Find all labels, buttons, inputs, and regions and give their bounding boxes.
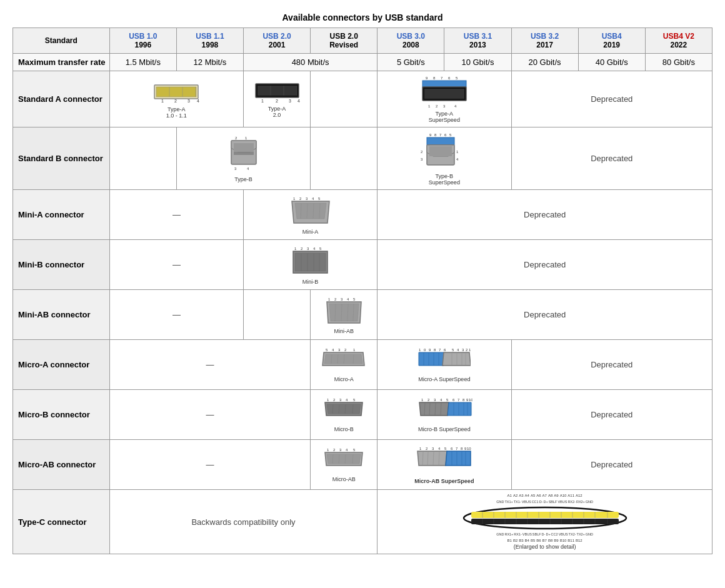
svg-text:4: 4 xyxy=(346,398,348,402)
svg-text:10: 10 xyxy=(467,447,471,451)
svg-text:1: 1 xyxy=(293,197,296,201)
svg-text:5: 5 xyxy=(319,247,322,251)
svg-rect-43 xyxy=(427,137,454,145)
micro-a-superspeed-connector: 1 0 9 8 7 6 5 4 3 2 1 xyxy=(380,347,508,382)
svg-text:2: 2 xyxy=(344,348,347,352)
svg-text:2: 2 xyxy=(301,247,303,251)
svg-text:6: 6 xyxy=(448,76,451,80)
standard-a-usb1: 1 2 3 4 Type-A1.0 - 1.1 xyxy=(109,71,243,127)
svg-text:5: 5 xyxy=(456,76,458,80)
svg-text:6: 6 xyxy=(451,447,453,451)
svg-text:5: 5 xyxy=(326,348,328,352)
connectors-table: Standard USB 1.0 1996 USB 1.1 1998 USB 2… xyxy=(12,27,712,554)
micro-ab-row: Micro-AB connector — 1 2 3 4 5 xyxy=(13,440,712,490)
col-header-usb31: USB 3.1 2013 xyxy=(444,28,511,54)
micro-b-row: Micro-B connector — 1 2 3 4 5 xyxy=(13,390,712,440)
svg-text:3: 3 xyxy=(188,99,190,103)
svg-text:2: 2 xyxy=(333,448,336,452)
svg-text:5: 5 xyxy=(318,197,321,201)
type-c-row: Type-C connector Backwards compatibility… xyxy=(13,490,712,554)
svg-text:3: 3 xyxy=(432,447,434,451)
svg-text:4: 4 xyxy=(312,197,314,201)
col-header-usb20r: USB 2.0 Revised xyxy=(311,28,378,54)
transfer-rate-usb11: 12 Mbit/s xyxy=(176,54,243,71)
transfer-rate-usb31: 10 Gbit/s xyxy=(444,54,511,71)
transfer-rate-label: Maximum transfer rate xyxy=(13,54,110,71)
svg-text:1: 1 xyxy=(328,297,331,301)
standard-b-usb11-20: 2 1 3 4 xyxy=(176,127,310,190)
svg-text:4: 4 xyxy=(247,167,249,171)
mini-ab-label: Mini-AB connector xyxy=(13,290,110,340)
svg-text:1: 1 xyxy=(261,99,264,103)
micro-a-label: Micro-A connector xyxy=(13,340,110,390)
standard-a-deprecated: Deprecated xyxy=(511,71,712,127)
svg-text:4: 4 xyxy=(346,448,348,452)
svg-marker-137 xyxy=(419,402,449,416)
svg-text:5: 5 xyxy=(449,133,452,137)
svg-text:2: 2 xyxy=(421,150,423,154)
mini-b-row: Mini-B connector — 1 2 3 4 5 xyxy=(13,240,712,290)
micro-b-usb20r: 1 2 3 4 5 Micr xyxy=(311,390,378,440)
page-title: Available connectors by USB standard xyxy=(12,12,712,22)
transfer-rate-usb20: 480 Mbit/s xyxy=(244,54,378,71)
transfer-rate-usb4: 40 Gbit/s xyxy=(578,54,645,71)
type-b-connector: 2 1 3 4 xyxy=(179,134,308,182)
standard-a-usb20r xyxy=(311,71,378,127)
svg-text:8: 8 xyxy=(434,133,437,137)
standard-a-usb30: 9 8 7 6 5 1 2 xyxy=(378,71,511,127)
svg-text:8: 8 xyxy=(433,76,436,80)
micro-ab-deprecated: Deprecated xyxy=(511,440,712,490)
type-c-label: Type-C connector xyxy=(13,490,110,554)
svg-rect-1 xyxy=(156,87,196,97)
micro-b-superspeed-connector: 1 2 3 4 5 6 7 8 9 10 xyxy=(380,397,508,432)
svg-text:1: 1 xyxy=(469,348,471,352)
svg-text:6: 6 xyxy=(444,348,446,352)
standard-b-usb30: 9 8 7 6 5 2 xyxy=(378,127,511,190)
mini-b-deprecated: Deprecated xyxy=(378,240,712,290)
svg-text:4: 4 xyxy=(440,398,442,402)
svg-text:7: 7 xyxy=(439,133,442,137)
standard-a-row: Standard A connector 1 xyxy=(13,71,712,127)
svg-text:1: 1 xyxy=(245,136,248,140)
micro-a-usb30: 1 0 9 8 7 6 5 4 3 2 1 xyxy=(378,340,511,390)
svg-text:4: 4 xyxy=(332,348,334,352)
svg-marker-168 xyxy=(418,451,447,466)
svg-marker-107 xyxy=(442,352,471,366)
svg-text:1: 1 xyxy=(428,104,431,108)
svg-text:2: 2 xyxy=(466,348,468,352)
svg-rect-25 xyxy=(424,89,464,99)
micro-a-usb10-20: — xyxy=(109,340,310,390)
svg-text:5: 5 xyxy=(444,447,447,451)
svg-text:2: 2 xyxy=(436,104,438,108)
svg-text:5: 5 xyxy=(353,448,356,452)
mini-ab-connector: 1 2 3 4 5 Mini xyxy=(313,296,374,334)
svg-text:5: 5 xyxy=(353,297,356,301)
svg-text:5: 5 xyxy=(452,348,454,352)
micro-a-connector: 5 4 3 2 1 Micr xyxy=(313,347,374,382)
micro-b-deprecated: Deprecated xyxy=(511,390,712,440)
transfer-rate-usb4v2: 80 Gbit/s xyxy=(645,54,712,71)
svg-text:2: 2 xyxy=(276,99,278,103)
svg-text:2: 2 xyxy=(174,99,177,103)
micro-b-connector: 1 2 3 4 5 Micr xyxy=(313,397,374,432)
svg-text:8: 8 xyxy=(461,447,463,451)
svg-text:2: 2 xyxy=(426,447,428,451)
mini-a-row: Mini-A connector — 1 2 3 4 5 xyxy=(13,190,712,240)
svg-text:2: 2 xyxy=(299,197,302,201)
svg-text:1: 1 xyxy=(421,398,424,402)
svg-text:1: 1 xyxy=(327,398,329,402)
svg-rect-46 xyxy=(429,146,452,156)
mini-a-label: Mini-A connector xyxy=(13,190,110,240)
svg-text:1: 1 xyxy=(353,348,356,352)
col-header-usb10: USB 1.0 1996 xyxy=(109,28,176,54)
svg-marker-106 xyxy=(419,352,444,366)
micro-a-row: Micro-A connector — 5 4 3 2 1 xyxy=(13,340,712,390)
micro-ab-usb20r: 1 2 3 4 5 Micro-AB xyxy=(311,440,378,490)
svg-text:2: 2 xyxy=(334,297,337,301)
col-header-usb32: USB 3.2 2017 xyxy=(511,28,578,54)
svg-marker-68 xyxy=(295,253,326,271)
svg-text:2: 2 xyxy=(428,398,430,402)
transfer-rate-usb32: 20 Gbit/s xyxy=(511,54,578,71)
mini-b-label: Mini-B connector xyxy=(13,240,110,290)
svg-rect-192 xyxy=(471,519,619,524)
